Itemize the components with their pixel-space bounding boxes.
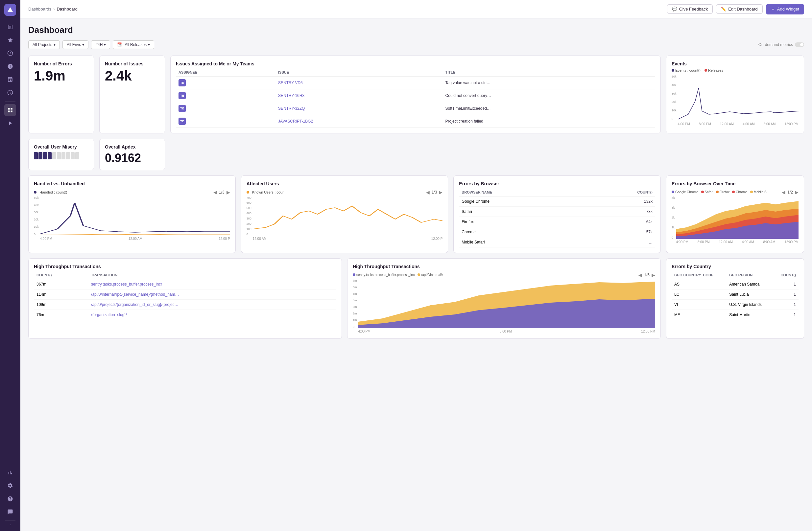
table-row: 76m /{organization_slug}/ (34, 310, 336, 320)
table-row: TE SENTRY-VD5 Tag value was not a stri… (176, 76, 655, 89)
widget-errors-by-country: Errors by Country GEO.COUNTRY_CODE GEO.R… (666, 258, 804, 339)
filter-envs[interactable]: All Envs ▾ (62, 41, 88, 49)
header-actions: 💬 Give Feedback ✏️ Edit Dashboard ＋ Add … (667, 4, 804, 14)
transaction-link[interactable]: /{organization_slug}/ (91, 312, 127, 317)
next-btn[interactable]: ▶ (795, 190, 798, 195)
issue-link[interactable]: SENTRY-VD5 (278, 80, 303, 85)
sidebar-item-stats[interactable] (4, 467, 16, 478)
browser-table: BROWSER.NAME COUNT() Google Chrome 132k … (459, 188, 655, 248)
table-row: VI U.S. Virgin Islands 1 (672, 299, 798, 310)
prev-btn[interactable]: ◀ (638, 272, 642, 278)
page-header: Dashboards › Dashboard 💬 Give Feedback ✏… (20, 0, 812, 18)
country-region: U.S. Virgin Islands (726, 299, 773, 310)
sidebar-item-monitor[interactable] (4, 87, 16, 99)
sidebar-item-releases[interactable] (4, 74, 16, 86)
transaction-link[interactable]: sentry.tasks.process_buffer.process_incr (91, 282, 162, 286)
table-row: LC Saint Lucia 1 (672, 289, 798, 299)
table-row: 109m /api/0/projects/{organization_id_or… (34, 299, 336, 310)
sidebar-item-dashboards[interactable] (4, 104, 16, 116)
prev-btn[interactable]: ◀ (213, 190, 217, 195)
row-2: Handled vs. Unhandled Handled : count() … (28, 176, 804, 253)
widget-apdex: Overall Apdex 0.9162 (99, 139, 165, 170)
next-btn[interactable]: ▶ (227, 190, 230, 195)
next-btn[interactable]: ▶ (652, 272, 655, 278)
filter-time[interactable]: 24H ▾ (91, 41, 110, 49)
title-cell: SoftTimeLimitExceeded… (443, 102, 655, 115)
sidebar-item-issues[interactable] (4, 21, 16, 33)
sidebar-item-discover[interactable] (4, 47, 16, 59)
give-feedback-button[interactable]: 💬 Give Feedback (667, 4, 713, 14)
throughput-y-axis: 7m6m5m4m3m2m1m0 (353, 279, 357, 333)
sidebar-item-help[interactable] (4, 493, 16, 505)
events-legend: Events : count() Releases (672, 68, 798, 72)
col-transaction: TRANSACTION (88, 271, 336, 279)
throughput-pagination: ◀ 1/6 ▶ (638, 272, 655, 278)
breadcrumb-current: Dashboard (57, 6, 77, 12)
main-content: Dashboards › Dashboard 💬 Give Feedback ✏… (20, 0, 812, 531)
add-widget-button[interactable]: ＋ Add Widget (766, 4, 804, 14)
sidebar-item-alerts[interactable] (4, 60, 16, 72)
sidebar-item-broadcast[interactable] (4, 506, 16, 518)
assignee-cell: TE (176, 89, 275, 102)
title-cell: Could not convert query… (443, 89, 655, 102)
on-demand-toggle[interactable] (795, 42, 804, 47)
sidebar-item-replays[interactable] (4, 117, 16, 129)
issue-link[interactable]: SENTRY-32ZQ (278, 106, 305, 111)
issue-cell: SENTRY-16H8 (275, 89, 443, 102)
browser-time-pagination: ◀ 1/2 ▶ (782, 190, 798, 195)
browser-count: … (584, 237, 655, 247)
browser-count: 64k (584, 217, 655, 227)
table-row: Firefox 64k (459, 217, 655, 227)
sidebar-collapse[interactable]: ‹ (10, 523, 11, 527)
browser-name: Safari (459, 206, 583, 217)
country-code: MF (672, 310, 726, 320)
sidebar-bottom: ‹ (4, 467, 16, 527)
users-x-axis: 12:00 AM12:00 P (253, 237, 443, 240)
country-code: AS (672, 279, 726, 289)
assignee-cell: TE (176, 76, 275, 89)
issue-link[interactable]: JAVASCRIPT-1BG2 (278, 119, 313, 123)
page-content: Dashboard All Projects ▾ All Envs ▾ 24H … (20, 18, 812, 531)
throughput-chart: 4:00 PM8:00 PM12:00 PM (358, 279, 655, 333)
browser-name: Firefox (459, 217, 583, 227)
browser-time-chart: 4:00 PM8:00 PM12:00 AM4:00 AM8:00 AM12:0… (676, 196, 798, 244)
transaction-link[interactable]: /api/0/projects/{organization_id_or_slug… (91, 302, 178, 307)
issue-cell: SENTRY-32ZQ (275, 102, 443, 115)
users-y-axis: 7006005004003002001000 (247, 196, 251, 240)
events-x-axis: 4:00 PM8:00 PM12:00 AM4:00 AM8:00 AM12:0… (678, 122, 798, 126)
edit-dashboard-button[interactable]: ✏️ Edit Dashboard (716, 4, 763, 14)
sentry-logo[interactable] (4, 4, 16, 16)
avatar: TE (178, 79, 186, 86)
issue-link[interactable]: SENTRY-16H8 (278, 93, 304, 98)
users-chart: 12:00 AM12:00 P (253, 196, 443, 240)
prev-btn[interactable]: ◀ (782, 190, 785, 195)
next-btn[interactable]: ▶ (439, 190, 443, 195)
transaction-link[interactable]: /api/0/internal/rpc/{service_name}/{meth… (91, 292, 179, 297)
widget-handled-unhandled: Handled vs. Unhandled Handled : count() … (28, 176, 236, 253)
widget-high-throughput-table: High Throughput Transactions COUNT() TRA… (28, 258, 342, 339)
metric-issues-value: 2.4k (105, 68, 159, 84)
sidebar-item-performance[interactable] (4, 34, 16, 46)
country-code: LC (672, 289, 726, 299)
avatar: TE (178, 118, 186, 125)
users-legend: Known Users : cour ◀ 1/3 ▶ (247, 190, 443, 195)
filter-releases[interactable]: 📅All Releases ▾ (113, 41, 154, 49)
browser-count: 132k (584, 196, 655, 206)
widget-errors-by-browser: Errors by Browser BROWSER.NAME COUNT() G… (453, 176, 661, 253)
dashboard-grid: Number of Errors 1.9m Number of Issues 2… (28, 56, 804, 339)
widget-title: Number of Issues (105, 61, 159, 67)
title-cell: Tag value was not a stri… (443, 76, 655, 89)
table-row: Google Chrome 132k (459, 196, 655, 206)
tx-name: /api/0/projects/{organization_id_or_slug… (88, 299, 336, 310)
breadcrumb-parent[interactable]: Dashboards (28, 6, 51, 12)
table-row: MF Saint Martin 1 (672, 310, 798, 320)
browser-time-y-axis: 4k3k2k1k0 (672, 196, 675, 244)
sidebar-divider-2 (5, 520, 15, 521)
handled-x-axis: 4:00 PM12:00 AM12:00 P (40, 237, 230, 240)
misery-bar (34, 152, 88, 159)
browser-time-legend: Google Chrome Safari Firefox Chrome Mobi… (672, 190, 798, 195)
filter-projects[interactable]: All Projects ▾ (28, 41, 60, 49)
prev-btn[interactable]: ◀ (426, 190, 430, 195)
col-code: GEO.COUNTRY_CODE (672, 271, 726, 279)
sidebar-item-settings[interactable] (4, 480, 16, 491)
